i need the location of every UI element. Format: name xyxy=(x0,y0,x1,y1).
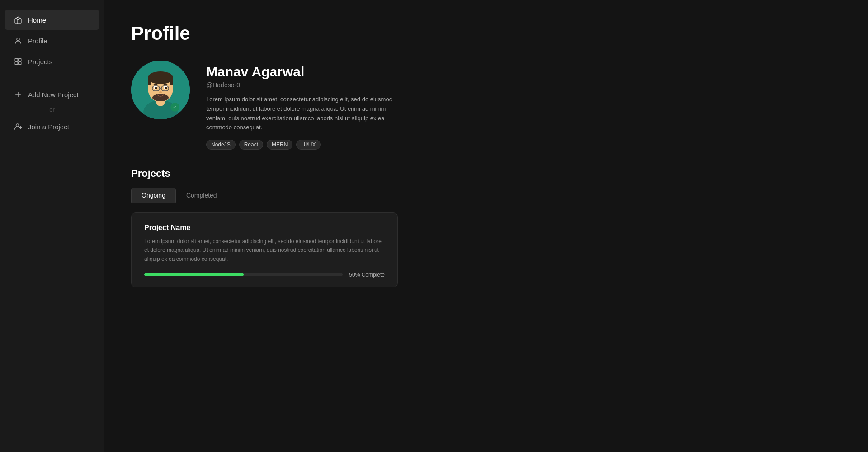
profile-card: ✓ Manav Agarwal @Hadeso-0 Lorem ipsum do… xyxy=(131,61,841,150)
profile-tag: NodeJS xyxy=(206,140,236,150)
main-content: Profile xyxy=(104,0,868,452)
profile-name: Manav Agarwal xyxy=(206,64,841,80)
svg-point-20 xyxy=(155,87,157,89)
svg-text:✓: ✓ xyxy=(173,104,177,110)
sidebar-item-projects[interactable]: Projects xyxy=(5,52,99,71)
profile-tag: React xyxy=(239,140,263,150)
page-title: Profile xyxy=(131,23,841,44)
svg-rect-15 xyxy=(148,78,151,85)
profile-handle: @Hadeso-0 xyxy=(206,81,841,89)
add-person-icon xyxy=(14,122,23,131)
projects-section: Projects Ongoing Completed Project Name … xyxy=(131,168,411,287)
join-project-label: Join a Project xyxy=(28,123,69,131)
progress-label: 50% Complete xyxy=(349,272,385,278)
tab-completed[interactable]: Completed xyxy=(176,188,227,203)
svg-point-21 xyxy=(165,87,167,89)
sidebar-divider xyxy=(9,78,95,78)
grid-icon xyxy=(14,57,23,66)
sidebar-item-home-label: Home xyxy=(28,16,46,24)
tab-ongoing[interactable]: Ongoing xyxy=(131,188,176,203)
svg-point-17 xyxy=(152,94,169,101)
svg-point-22 xyxy=(159,91,162,93)
home-icon xyxy=(14,15,23,24)
project-card: Project Name Lorem ipsum dolor sit amet,… xyxy=(131,212,398,287)
add-new-project-button[interactable]: Add New Project xyxy=(5,85,99,104)
sidebar: Home Profile Projects xyxy=(0,0,104,452)
person-icon xyxy=(14,36,23,45)
svg-rect-1 xyxy=(15,58,18,61)
sidebar-item-home[interactable]: Home xyxy=(5,10,99,30)
profile-bio: Lorem ipsum dolor sit amet, consectetur … xyxy=(206,95,405,132)
svg-rect-3 xyxy=(15,62,18,65)
svg-point-7 xyxy=(16,124,19,127)
profile-tags: NodeJSReactMERNUI/UX xyxy=(206,140,841,150)
progress-bar-background xyxy=(144,273,343,276)
plus-icon xyxy=(14,90,23,99)
profile-tag: MERN xyxy=(267,140,292,150)
svg-rect-2 xyxy=(19,58,21,61)
projects-section-title: Projects xyxy=(131,168,411,179)
sidebar-item-projects-label: Projects xyxy=(28,58,52,66)
svg-rect-16 xyxy=(170,78,173,85)
svg-point-14 xyxy=(148,71,173,84)
profile-tag: UI/UX xyxy=(296,140,321,150)
progress-bar-wrap: 50% Complete xyxy=(144,272,385,278)
add-new-project-label: Add New Project xyxy=(28,91,79,99)
avatar: ✓ xyxy=(131,61,190,119)
project-tabs: Ongoing Completed xyxy=(131,188,411,203)
project-description: Lorem ipsum dolor sit amet, consectetur … xyxy=(144,237,385,264)
sidebar-item-profile[interactable]: Profile xyxy=(5,31,99,51)
progress-bar-fill xyxy=(144,273,244,276)
svg-rect-4 xyxy=(19,62,21,65)
sidebar-item-profile-label: Profile xyxy=(28,37,47,45)
profile-info: Manav Agarwal @Hadeso-0 Lorem ipsum dolo… xyxy=(206,61,841,150)
svg-point-0 xyxy=(17,38,19,41)
project-name: Project Name xyxy=(144,224,385,232)
sidebar-or-divider: or xyxy=(0,106,104,113)
join-project-button[interactable]: Join a Project xyxy=(5,117,99,137)
